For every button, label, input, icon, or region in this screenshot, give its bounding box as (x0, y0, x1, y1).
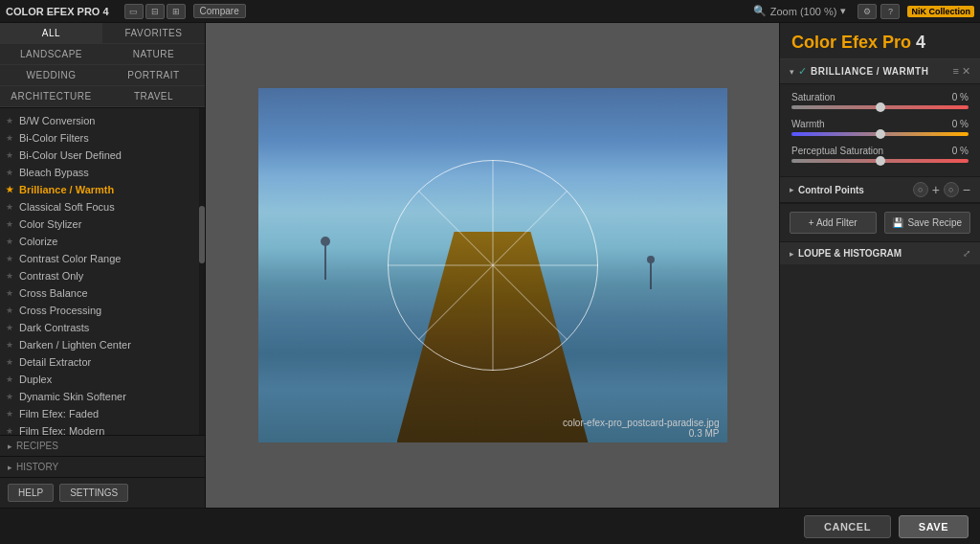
split-view-icon[interactable]: ⊟ (145, 4, 165, 19)
tab-nature[interactable]: NATURE (102, 44, 205, 65)
filter-item[interactable]: ★Darken / Lighten Center (0, 336, 205, 353)
photo-image (258, 88, 727, 442)
panel-title: Color Efex Pro 4 (780, 23, 980, 59)
brilliance-section-header[interactable]: ▾ ✓ BRILLIANCE / WARMTH ≡ ✕ (780, 59, 980, 84)
loupe-arrow: ▸ (790, 249, 794, 259)
help-button[interactable]: HELP (8, 484, 54, 502)
filter-item[interactable]: ★Classical Soft Focus (0, 198, 205, 215)
filter-item[interactable]: ★Film Efex: Faded (0, 405, 205, 422)
control-point-circle-icon[interactable]: ○ (913, 182, 928, 197)
add-control-point-icon[interactable]: + (932, 182, 940, 197)
filter-item[interactable]: ★Dark Contrasts (0, 319, 205, 336)
save-recipe-button[interactable]: 💾 Save Recipe (884, 212, 971, 234)
loupe-expand-icon[interactable]: ⤢ (963, 248, 970, 259)
control-points-header[interactable]: ▸ Control Points ○ + ○ − (780, 176, 980, 203)
perceptual-sat-slider[interactable] (791, 159, 969, 163)
filter-item[interactable]: ★Bi-Color User Defined (0, 147, 205, 164)
saturation-label: Saturation (791, 92, 835, 102)
perceptual-sat-thumb[interactable] (876, 156, 885, 166)
warmth-thumb[interactable] (876, 129, 885, 139)
star-icon: ★ (6, 426, 13, 435)
star-icon: ★ (6, 340, 13, 350)
zoom-area: 🔍 Zoom (100 %) ▾ (753, 5, 847, 17)
filter-item[interactable]: ★Bleach Bypass (0, 164, 205, 181)
settings-button[interactable]: SETTINGS (59, 484, 128, 502)
star-icon: ★ (6, 202, 13, 212)
history-section[interactable]: ▸ HISTORY (0, 456, 205, 477)
help-icon[interactable]: ? (880, 4, 900, 19)
filter-item[interactable]: ★Cross Processing (0, 302, 205, 319)
single-view-icon[interactable]: ▭ (124, 4, 144, 19)
saturation-thumb[interactable] (876, 102, 885, 112)
star-icon: ★ (6, 374, 13, 384)
sidebar: ALL FAVORITES LANDSCAPE NATURE WEDDING P… (0, 23, 206, 508)
nik-badge: NiK Collection (907, 6, 974, 17)
brilliance-title: BRILLIANCE / WARMTH (811, 66, 949, 77)
settings-icon[interactable]: ⚙ (858, 4, 877, 19)
control-points-arrow: ▸ (790, 185, 794, 194)
history-arrow: ▸ (8, 463, 12, 472)
recipes-arrow: ▸ (8, 442, 12, 451)
tab-travel[interactable]: TRAVEL (102, 86, 205, 107)
filter-item[interactable]: ★Colorize (0, 233, 205, 250)
star-icon: ★ (6, 357, 13, 367)
scrollbar[interactable] (199, 108, 205, 435)
save-recipe-icon: 💾 (892, 217, 903, 228)
brilliance-menu-icon[interactable]: ≡ (953, 65, 959, 78)
tab-favorites[interactable]: FAVORITES (102, 23, 205, 44)
control-point-minus-circle[interactable]: ○ (944, 182, 959, 197)
add-filter-button[interactable]: + Add Filter (790, 212, 877, 234)
cancel-button[interactable]: CANCEL (804, 515, 891, 538)
fisherman-right (641, 261, 660, 299)
loupe-title: LOUPE & HISTOGRAM (798, 248, 959, 259)
zoom-arrow[interactable]: ▾ (840, 5, 846, 17)
boat-overlay (397, 232, 589, 442)
filter-item[interactable]: ★B/W Conversion (0, 112, 205, 129)
filter-item[interactable]: ★Contrast Only (0, 267, 205, 284)
tab-portrait[interactable]: PORTRAIT (102, 65, 205, 86)
brilliance-arrow: ▾ (790, 67, 794, 77)
tab-architecture[interactable]: ARCHITECTURE (0, 86, 102, 107)
star-icon: ★ (6, 254, 13, 263)
scrollbar-thumb[interactable] (199, 206, 205, 263)
right-panel: Color Efex Pro 4 ▾ ✓ BRILLIANCE / WARMTH… (779, 23, 980, 508)
grid-view-icon[interactable]: ⊞ (167, 4, 186, 19)
remove-control-point-icon[interactable]: − (963, 182, 970, 197)
save-button[interactable]: SAVE (899, 515, 969, 538)
tab-all[interactable]: ALL (0, 23, 102, 44)
filter-item[interactable]: ★Brilliance / Warmth (0, 181, 205, 198)
brilliance-check: ✓ (798, 65, 807, 78)
warmth-slider[interactable] (791, 132, 969, 136)
star-icon: ★ (6, 237, 13, 246)
tab-landscape[interactable]: LANDSCAPE (0, 44, 102, 65)
filter-item[interactable]: ★Detail Extractor (0, 353, 205, 371)
loupe-histogram-header[interactable]: ▸ LOUPE & HISTOGRAM ⤢ (780, 241, 980, 264)
filter-item[interactable]: ★Contrast Color Range (0, 250, 205, 267)
filter-item[interactable]: ★Cross Balance (0, 284, 205, 302)
filter-item[interactable]: ★Dynamic Skin Softener (0, 388, 205, 405)
warmth-row: Warmth 0 % (791, 119, 969, 136)
filter-item[interactable]: ★Film Efex: Modern (0, 422, 205, 435)
recipes-label: RECIPES (16, 441, 58, 451)
photo-filename: color-efex-pro_postcard-paradise.jpg (563, 418, 719, 428)
filter-list: ★B/W Conversion★Bi-Color Filters★Bi-Colo… (0, 108, 205, 435)
star-icon: ★ (6, 271, 13, 281)
panel-version: 4 (916, 33, 925, 52)
star-icon: ★ (6, 116, 13, 125)
fisherman-left (316, 241, 335, 289)
filter-list-wrap: ★B/W Conversion★Bi-Color Filters★Bi-Colo… (0, 108, 205, 435)
filter-item[interactable]: ★Duplex (0, 371, 205, 388)
action-buttons: + Add Filter 💾 Save Recipe (780, 203, 980, 241)
star-icon: ★ (6, 185, 13, 194)
saturation-slider[interactable] (791, 105, 969, 109)
filter-tabs: ALL FAVORITES LANDSCAPE NATURE WEDDING P… (0, 23, 205, 108)
recipes-section[interactable]: ▸ RECIPES (0, 435, 205, 456)
history-label: HISTORY (16, 462, 58, 472)
compare-button[interactable]: Compare (193, 4, 246, 18)
control-points-icons: ○ + ○ − (913, 182, 970, 197)
tab-wedding[interactable]: WEDDING (0, 65, 102, 86)
filter-item[interactable]: ★Color Stylizer (0, 215, 205, 233)
filter-item[interactable]: ★Bi-Color Filters (0, 129, 205, 147)
brilliance-close-icon[interactable]: ✕ (962, 65, 970, 78)
star-icon: ★ (6, 150, 13, 160)
